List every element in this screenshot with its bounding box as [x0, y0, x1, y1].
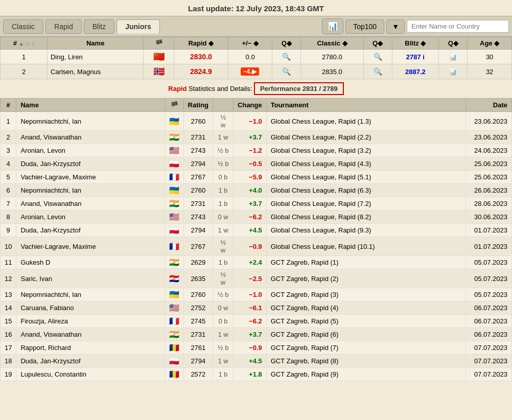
detail-date: 05.07.2023 — [466, 288, 512, 301]
detail-num: 5 — [1, 171, 16, 184]
detail-date: 30.06.2023 — [466, 211, 512, 224]
detail-flag: 🇫🇷 — [165, 315, 183, 328]
detail-date: 07.07.2023 — [466, 368, 512, 381]
detail-row: 17 Rapport, Richard 🇷🇴 2761 ½ b −0.9 GCT… — [1, 341, 512, 355]
detail-row: 3 Aronian, Levon 🇺🇸 2743 ½ b −1.2 Global… — [1, 144, 512, 157]
detail-name: Duda, Jan-Krzysztof — [16, 157, 165, 171]
detail-num: 1 — [1, 112, 16, 131]
detail-result: 1 b — [213, 184, 234, 197]
col-header-rapid: Rapid ◆ — [174, 37, 228, 50]
detail-tournament: Global Chess League, Rapid (1.3) — [266, 112, 466, 131]
detail-tournament: Global Chess League, Rapid (9.3) — [266, 224, 466, 237]
detail-rating: 2635 — [183, 269, 213, 288]
detail-num: 13 — [1, 288, 16, 301]
col-header-blitz: Blitz ◆ — [392, 37, 439, 50]
detail-row: 4 Duda, Jan-Krzysztof 🇵🇱 2794 ½ b −0.5 G… — [1, 157, 512, 171]
detail-change: +4.0 — [234, 184, 267, 197]
detail-rating: 2760 — [183, 288, 213, 301]
detail-date: 25.06.2023 — [466, 171, 512, 184]
detail-tournament: GCT Zagreb, Rapid (2) — [266, 269, 466, 288]
detail-flag: 🇮🇳 — [165, 131, 183, 144]
tab-rapid[interactable]: Rapid — [45, 19, 82, 34]
detail-date: 06.07.2023 — [466, 328, 512, 341]
rank-1-rapid: 2830.0 — [174, 50, 228, 64]
detail-change: +1.8 — [234, 368, 267, 381]
detail-num: 18 — [1, 355, 16, 368]
rank-1-q2[interactable]: 🔍 — [363, 50, 392, 64]
neg-badge: −4.▶ — [241, 67, 259, 76]
detail-change: −0.9 — [234, 341, 267, 355]
detail-change: +4.5 — [234, 224, 267, 237]
detail-col-result — [213, 99, 234, 112]
detail-num: 11 — [1, 256, 16, 269]
detail-change: −1.0 — [234, 288, 267, 301]
detail-name: Nepomniachtchi, Ian — [16, 288, 165, 301]
detail-result: 0 w — [213, 211, 234, 224]
detail-date: 01.07.2023 — [466, 237, 512, 256]
detail-row: 12 Saric, Ivan 🇭🇷 2635 ½ w −2.5 GCT Zagr… — [1, 269, 512, 288]
detail-result: ½ b — [213, 341, 234, 355]
detail-name: Anand, Viswanathan — [16, 131, 165, 144]
detail-num: 14 — [1, 301, 16, 315]
detail-rating: 2767 — [183, 237, 213, 256]
detail-change: −0.9 — [234, 237, 267, 256]
col-header-age: Age ◆ — [468, 37, 512, 50]
tab-juniors[interactable]: Juniors — [117, 19, 160, 34]
detail-flag: 🇷🇴 — [165, 368, 183, 381]
detail-change: −2.5 — [234, 269, 267, 288]
col-header-name: Name — [47, 37, 143, 50]
detail-num: 17 — [1, 341, 16, 355]
detail-num: 8 — [1, 211, 16, 224]
detail-date: 23.06.2023 — [466, 131, 512, 144]
detail-col-name: Name — [16, 99, 165, 112]
sort-arrows[interactable]: ▲ ↑↓ ↓ — [19, 41, 34, 46]
detail-result: 1 w — [213, 131, 234, 144]
detail-num: 10 — [1, 237, 16, 256]
detail-row: 10 Vachier-Lagrave, Maxime 🇫🇷 2767 ½ w −… — [1, 237, 512, 256]
detail-tournament: GCT Zagreb, Rapid (9) — [266, 368, 466, 381]
detail-change: −6.2 — [234, 211, 267, 224]
rank-2-q3[interactable]: 📊 — [439, 64, 468, 79]
tab-blitz[interactable]: Blitz — [84, 19, 114, 34]
col-header-classic: Classic ◆ — [301, 37, 363, 50]
detail-result: ½ b — [213, 144, 234, 157]
detail-col-tournament: Tournament — [266, 99, 466, 112]
detail-result: 0 w — [213, 301, 234, 315]
col-header-rank: # ▲ ↑↓ ↓ — [1, 37, 48, 50]
rank-2-q2[interactable]: 🔍 — [363, 64, 392, 79]
detail-name: Duda, Jan-Krzysztof — [16, 355, 165, 368]
detail-col-rating: Rating — [183, 99, 213, 112]
detail-rating: 2794 — [183, 224, 213, 237]
detail-tournament: GCT Zagreb, Rapid (4) — [266, 301, 466, 315]
rank-1-q3[interactable]: 📊 — [439, 50, 468, 64]
rank-2-blitz: 2887.2 — [392, 64, 439, 79]
detail-result: ½ w — [213, 112, 234, 131]
detail-tournament: Global Chess League, Rapid (5.1) — [266, 171, 466, 184]
detail-date: 25.06.2023 — [466, 157, 512, 171]
detail-row: 8 Aronian, Levon 🇺🇸 2743 0 w −6.2 Global… — [1, 211, 512, 224]
top100-button[interactable]: Top100 — [345, 19, 384, 34]
detail-result: 0 b — [213, 315, 234, 328]
detail-change: −0.5 — [234, 157, 267, 171]
detail-row: 18 Duda, Jan-Krzysztof 🇵🇱 2794 1 w +4.5 … — [1, 355, 512, 368]
rank-1-num: 1 — [1, 50, 48, 64]
rank-2-q1[interactable]: 🔍 — [272, 64, 301, 79]
detail-date: 07.07.2023 — [466, 355, 512, 368]
search-input[interactable] — [407, 20, 509, 33]
detail-tournament: Global Chess League, Rapid (4.3) — [266, 157, 466, 171]
rank-1-classic: 2780.0 — [301, 50, 363, 64]
detail-name: Nepomniachtchi, Ian — [16, 112, 165, 131]
chart-icon-button[interactable]: 📊 — [322, 18, 343, 34]
tab-classic[interactable]: Classic — [3, 19, 43, 34]
rank-1-q1[interactable]: 🔍 — [272, 50, 301, 64]
detail-date: 07.07.2023 — [466, 341, 512, 355]
filter-icon-button[interactable]: ▼ — [386, 19, 405, 34]
rank-1-age: 30 — [468, 50, 512, 64]
rank-1-flag: 🇨🇳 — [144, 50, 174, 64]
detail-row: 2 Anand, Viswanathan 🇮🇳 2731 1 w +3.7 Gl… — [1, 131, 512, 144]
rank-1-blitz: 2787 i — [392, 50, 439, 64]
detail-flag: 🇵🇱 — [165, 355, 183, 368]
detail-change: +3.7 — [234, 131, 267, 144]
detail-rating: 2761 — [183, 341, 213, 355]
detail-rating: 2794 — [183, 157, 213, 171]
